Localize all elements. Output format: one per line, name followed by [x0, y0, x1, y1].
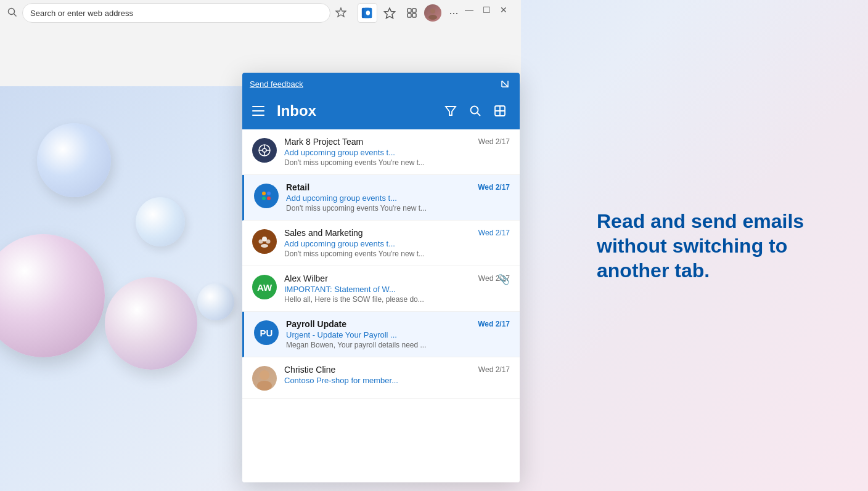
header-left: Inbox	[252, 102, 316, 120]
svg-marker-2	[336, 8, 346, 17]
email-top-row: Alex Wilber Wed 2/17	[284, 274, 510, 283]
sender-name: Payroll Update	[286, 319, 346, 329]
svg-line-13	[502, 81, 508, 87]
svg-rect-7	[407, 9, 411, 12]
svg-line-16	[478, 113, 481, 116]
email-preview: Hello all, Here is the SOW file, please …	[284, 295, 510, 304]
address-bar-row: Search or enter web address	[0, 0, 521, 27]
decorative-sphere-4	[105, 277, 197, 370]
email-content: Alex Wilber Wed 2/17 IMPORTANT: Statemen…	[284, 274, 510, 304]
email-top-row: Payroll Update Wed 2/17	[286, 319, 510, 329]
window-controls: — ☐ ✕	[464, 5, 509, 15]
email-subject: Add upcoming group events t...	[284, 148, 510, 157]
header-actions	[441, 101, 510, 121]
email-list: Mark 8 Project Team Wed 2/17 Add upcomin…	[242, 129, 520, 482]
svg-point-11	[430, 9, 435, 14]
avatar: PU	[254, 320, 279, 345]
email-subject: Urgent - Update Your Payroll ...	[286, 330, 510, 339]
svg-point-15	[471, 107, 478, 114]
email-date: Wed 2/17	[478, 137, 510, 146]
avatar	[252, 138, 277, 163]
decorative-sphere-3	[136, 197, 185, 246]
decorative-sphere-5	[197, 283, 234, 320]
maximize-button[interactable]: ☐	[481, 5, 491, 15]
svg-point-26	[262, 192, 266, 195]
svg-point-28	[262, 197, 266, 200]
inbox-title: Inbox	[277, 102, 316, 120]
email-subject: IMPORTANT: Statement of W...	[284, 285, 510, 294]
email-preview: Megan Bowen, Your payroll details need .…	[286, 341, 510, 349]
attachment-icon: 📎	[497, 274, 510, 285]
promo-heading: Read and send emails without switching t…	[597, 209, 831, 283]
email-item[interactable]: Mark 8 Project Team Wed 2/17 Add upcomin…	[242, 129, 520, 175]
email-content: Mark 8 Project Team Wed 2/17 Add upcomin…	[284, 137, 510, 167]
sender-name: Retail	[286, 182, 309, 192]
email-subject: Add upcoming group events t...	[284, 239, 510, 248]
collections-tab[interactable]	[402, 3, 422, 23]
sender-name: Sales and Marketing	[284, 228, 363, 238]
search-icon	[7, 7, 17, 19]
minimize-button[interactable]: —	[464, 5, 474, 15]
svg-rect-10	[412, 14, 416, 17]
avatar	[254, 184, 279, 208]
more-options-button[interactable]: ···	[444, 3, 464, 23]
avatar: AW	[252, 275, 277, 299]
email-preview: Don't miss upcoming events You're new t.…	[286, 204, 510, 213]
svg-rect-9	[407, 14, 411, 17]
tab-icons: ···	[358, 3, 464, 23]
email-subject: Contoso Pre-shop for member...	[284, 376, 510, 385]
svg-marker-14	[446, 107, 456, 115]
email-top-row: Mark 8 Project Team Wed 2/17	[284, 137, 510, 147]
send-feedback-link[interactable]: Send feedback	[250, 79, 303, 89]
email-top-row: Christie Cline Wed 2/17	[284, 365, 510, 375]
email-item[interactable]: Sales and Marketing Wed 2/17 Add upcomin…	[242, 221, 520, 266]
sender-name: Mark 8 Project Team	[284, 137, 363, 147]
favorites-icon[interactable]	[335, 7, 348, 19]
hamburger-menu-button[interactable]	[252, 103, 267, 118]
email-preview: Don't miss upcoming events You're new t.…	[284, 250, 510, 258]
svg-point-34	[260, 370, 269, 380]
panel-topbar: Send feedback	[242, 73, 520, 95]
svg-rect-8	[412, 9, 416, 12]
svg-line-1	[14, 14, 17, 16]
outlook-tab[interactable]	[358, 3, 377, 23]
filter-button[interactable]	[441, 101, 461, 121]
svg-point-5	[366, 10, 370, 15]
compose-button[interactable]	[490, 101, 510, 121]
sender-name: Alex Wilber	[284, 274, 328, 283]
right-text-block: Read and send emails without switching t…	[597, 209, 831, 283]
sender-name: Christie Cline	[284, 365, 335, 375]
email-date: Wed 2/17	[478, 229, 510, 237]
email-item[interactable]: Christie Cline Wed 2/17 Contoso Pre-shop…	[242, 357, 520, 399]
svg-marker-6	[385, 8, 395, 18]
avatar	[252, 229, 277, 254]
search-button[interactable]	[465, 101, 485, 121]
svg-point-21	[263, 148, 266, 152]
email-top-row: Retail Wed 2/17	[286, 182, 510, 192]
favorites-tab[interactable]	[380, 3, 399, 23]
email-item[interactable]: Retail Wed 2/17 Add upcoming group event…	[242, 175, 520, 221]
email-item[interactable]: AW Alex Wilber Wed 2/17 IMPORTANT: State…	[242, 266, 520, 312]
email-preview: Don't miss upcoming events You're new t.…	[284, 158, 510, 167]
expand-panel-button[interactable]	[497, 76, 512, 91]
panel-header: Inbox	[242, 95, 520, 129]
svg-point-35	[257, 381, 272, 391]
avatar	[252, 366, 277, 391]
svg-point-27	[267, 192, 271, 195]
close-button[interactable]: ✕	[499, 5, 509, 15]
decorative-sphere-1	[37, 123, 111, 197]
user-avatar[interactable]	[424, 4, 441, 22]
svg-point-32	[266, 240, 271, 244]
email-date: Wed 2/17	[478, 365, 510, 374]
email-content: Sales and Marketing Wed 2/17 Add upcomin…	[284, 228, 510, 258]
email-content: Retail Wed 2/17 Add upcoming group event…	[286, 182, 510, 213]
email-date: Wed 2/17	[478, 320, 510, 328]
svg-point-0	[9, 8, 15, 14]
email-item[interactable]: PU Payroll Update Wed 2/17 Urgent - Upda…	[242, 312, 520, 357]
svg-point-31	[259, 240, 263, 244]
svg-point-29	[267, 197, 271, 200]
email-content: Christie Cline Wed 2/17 Contoso Pre-shop…	[284, 365, 510, 386]
email-date: Wed 2/17	[478, 183, 510, 192]
address-bar[interactable]: Search or enter web address	[22, 3, 330, 23]
svg-point-12	[428, 15, 437, 20]
